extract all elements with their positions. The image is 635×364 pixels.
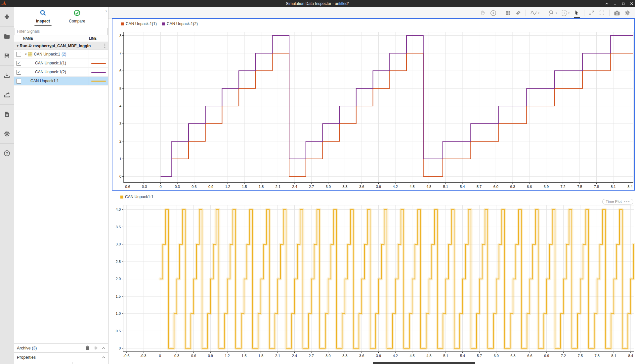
save-button[interactable]: [0, 46, 14, 66]
zoom-x-icon: [548, 10, 555, 16]
bus-expander-icon[interactable]: ▾: [25, 53, 27, 56]
pan-tool-button[interactable]: [480, 10, 486, 16]
signal2-checkbox[interactable]: ✓: [16, 70, 21, 75]
top-plot-canvas[interactable]: -0.6-0.300.30.60.91.21.51.82.12.42.73.03…: [112, 19, 634, 190]
signal-row-1[interactable]: ✓ CAN Unpack:1(1): [14, 59, 108, 68]
signal-row-2[interactable]: ✓ CAN Unpack:1(2): [14, 68, 108, 77]
fullscreen-brackets-icon: [599, 10, 605, 16]
play-circle-icon: [490, 10, 496, 16]
compare-check-icon: [73, 9, 81, 17]
svg-text:8.1: 8.1: [611, 185, 616, 189]
dropdown-caret-icon: ▾: [568, 12, 570, 15]
archive-bar[interactable]: Archive (3): [14, 343, 108, 352]
close-icon[interactable]: [630, 2, 634, 6]
time-plot-badge[interactable]: Time Plot ●●●: [602, 199, 633, 204]
report-button[interactable]: [0, 105, 14, 124]
signal3-checkbox[interactable]: [16, 79, 21, 84]
top-plot-legend: CAN Unpack:1(1) CAN Unpack:1(2): [121, 21, 198, 26]
fullscreen-button[interactable]: [599, 10, 605, 16]
bus-signal-name: CAN Unpack:1: [34, 52, 60, 56]
toolbar-separator: [501, 10, 501, 16]
preferences-button[interactable]: [0, 124, 14, 144]
signal3-line-swatch[interactable]: [91, 81, 106, 82]
column-line-header[interactable]: LINE: [87, 35, 108, 42]
signal-row-bus[interactable]: ▾ CAN Unpack:1 (2): [14, 50, 108, 59]
signal-style-button[interactable]: ▾: [530, 10, 539, 16]
archive-settings-gear-icon[interactable]: [94, 346, 98, 350]
svg-text:1.8: 1.8: [259, 185, 264, 189]
signal1-checkbox[interactable]: ✓: [16, 61, 21, 66]
column-name-header[interactable]: NAME: [14, 37, 87, 40]
tab-compare[interactable]: Compare: [59, 9, 95, 24]
signal1-line-swatch[interactable]: [91, 63, 106, 64]
archive-collapse-chevron-icon[interactable]: [102, 347, 106, 349]
clear-plots-button[interactable]: [515, 10, 521, 16]
dropdown-caret-icon: ▾: [556, 12, 557, 15]
layout-grid-button[interactable]: [505, 10, 511, 16]
zoom-in-x-button[interactable]: ▾: [548, 10, 557, 16]
export-button[interactable]: [0, 85, 14, 105]
svg-text:2.4: 2.4: [292, 354, 297, 358]
expand-plot-button[interactable]: [589, 10, 595, 16]
snapshot-button[interactable]: [614, 10, 620, 16]
toolbar-separator: [544, 10, 544, 16]
legend-swatch-orange: [121, 22, 124, 25]
minimize-icon[interactable]: [613, 2, 617, 6]
properties-collapse-chevron-icon[interactable]: [102, 356, 106, 359]
chevron-up-window-icon[interactable]: [605, 2, 609, 6]
badge-options-dots-icon[interactable]: ●●●: [624, 200, 630, 203]
svg-text:1.5: 1.5: [242, 185, 247, 189]
svg-text:0: 0: [159, 354, 161, 358]
export-share-icon: [4, 91, 10, 98]
signal2-line-swatch[interactable]: [91, 72, 106, 73]
svg-text:5.4: 5.4: [460, 354, 465, 358]
run-expander-icon[interactable]: ▾: [17, 44, 19, 48]
pointer-tool-button[interactable]: [574, 10, 580, 16]
bottom-time-plot[interactable]: CAN Unpack1:1 Time Plot ●●● -0.6-0.300.3…: [112, 192, 635, 364]
legend-item[interactable]: CAN Unpack:1(1): [121, 21, 157, 26]
camera-icon: [614, 10, 620, 16]
import-button[interactable]: [0, 66, 14, 85]
svg-text:0.9: 0.9: [208, 185, 213, 189]
svg-text:0.9: 0.9: [208, 354, 213, 358]
collapse-panel-icon[interactable]: ‹: [106, 8, 107, 13]
svg-text:4.2: 4.2: [393, 185, 398, 189]
svg-text:5.4: 5.4: [460, 185, 465, 189]
run-group-row[interactable]: ▾ Run 4: raspberrypi_CAN_MDF_loggin: [14, 42, 108, 50]
svg-text:1.2: 1.2: [225, 354, 230, 358]
run-group-label: Run 4: raspberrypi_CAN_MDF_loggin: [20, 44, 95, 48]
svg-text:3.9: 3.9: [376, 185, 381, 189]
properties-bar[interactable]: Properties: [14, 352, 108, 362]
svg-text:0.3: 0.3: [175, 185, 180, 189]
svg-text:6.3: 6.3: [510, 354, 515, 358]
fit-to-view-button[interactable]: ▾: [561, 10, 570, 16]
horizontal-scrollbar-thumb[interactable]: [373, 362, 475, 364]
tab-inspect[interactable]: Inspect: [25, 9, 61, 26]
maximize-icon[interactable]: [621, 2, 625, 6]
tab-compare-label: Compare: [69, 19, 85, 23]
dropdown-caret-icon: ▾: [538, 12, 539, 15]
legend-item[interactable]: CAN Unpack:1(2): [162, 21, 198, 26]
svg-text:4.5: 4.5: [409, 185, 414, 189]
svg-text:8.4: 8.4: [628, 354, 633, 358]
svg-text:?: ?: [6, 151, 8, 155]
plot-settings-button[interactable]: [624, 10, 630, 16]
signal-row-3[interactable]: CAN Unpack1:1: [14, 77, 108, 86]
active-tab-underline: [34, 25, 52, 26]
filter-signals-input[interactable]: [15, 28, 108, 35]
trash-icon[interactable]: [85, 346, 90, 350]
add-button[interactable]: [0, 7, 14, 27]
svg-text:2.7: 2.7: [309, 185, 314, 189]
run-options-kebab-icon[interactable]: [104, 43, 106, 49]
legend-item[interactable]: CAN Unpack1:1: [120, 195, 153, 199]
help-button[interactable]: ?: [0, 144, 14, 163]
svg-text:7.5: 7.5: [577, 185, 582, 189]
bus-checkbox[interactable]: [16, 52, 21, 57]
fit-to-view-icon: [561, 10, 568, 16]
svg-text:7.8: 7.8: [594, 185, 599, 189]
replay-button[interactable]: [490, 10, 496, 16]
bus-count-link[interactable]: (2): [62, 52, 66, 56]
bottom-plot-canvas[interactable]: -0.6-0.300.30.60.91.21.51.82.12.42.73.03…: [112, 192, 635, 364]
top-time-plot[interactable]: CAN Unpack:1(1) CAN Unpack:1(2) -0.6-0.3…: [112, 18, 635, 191]
open-button[interactable]: [0, 27, 14, 46]
